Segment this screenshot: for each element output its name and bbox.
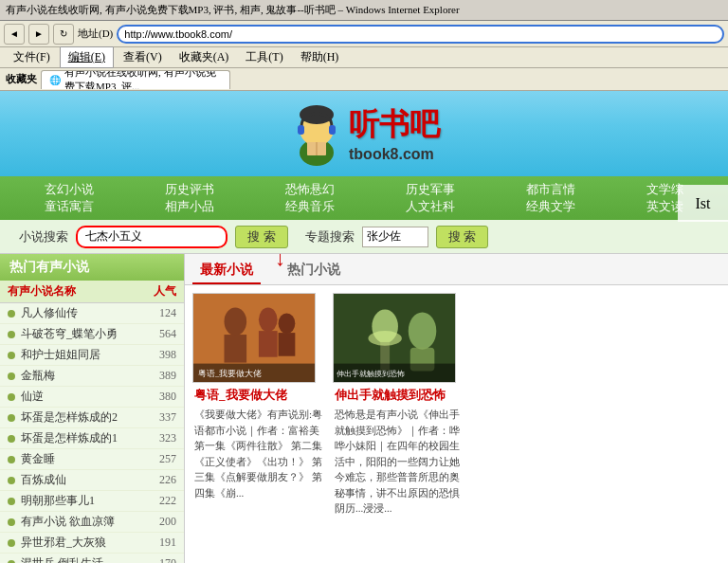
sidebar-item-pop-2: 398 xyxy=(143,348,176,362)
nav-line1-2: 恐怖悬幻 xyxy=(285,181,335,198)
nav-line1-3: 历史军事 xyxy=(406,181,455,198)
sidebar-item-6[interactable]: 坏蛋是怎样炼成的1 323 xyxy=(0,428,184,449)
news-img-svg-1: 伸出手就触摸到恐怖 xyxy=(334,293,455,383)
sidebar-dot-6 xyxy=(8,435,15,443)
nav-line1-1: 历史评书 xyxy=(165,181,214,198)
logo-chinese: 听书吧 xyxy=(349,104,440,146)
sidebar-dot-0 xyxy=(8,310,15,318)
svg-rect-4 xyxy=(329,125,336,135)
logo-figure xyxy=(288,100,345,167)
sidebar-item-8[interactable]: 百炼成仙 226 xyxy=(0,470,184,491)
sidebar-item-pop-7: 257 xyxy=(143,452,176,466)
topic-input[interactable] xyxy=(362,227,428,247)
nav-line2-3: 人文社科 xyxy=(406,198,455,215)
news-item-0: 粤语_我要做大佬 粤语_我要做大佬 《我要做大佬》有声说别:粤语都市小说｜作者：… xyxy=(192,293,325,517)
news-title-1[interactable]: 伸出手就触摸到恐怖 xyxy=(335,387,464,404)
search-input[interactable] xyxy=(76,226,228,248)
svg-rect-13 xyxy=(279,333,296,356)
nav-item-2[interactable]: 恐怖悬幻 经典音乐 xyxy=(285,181,335,215)
browser-toolbar: ◄ ► ↻ 地址(D) xyxy=(0,21,728,47)
menu-help[interactable]: 帮助(H) xyxy=(293,47,347,67)
forward-button[interactable]: ► xyxy=(28,24,49,45)
tab-icon: 🌐 xyxy=(49,75,61,85)
sidebar-item-3[interactable]: 金瓶梅 389 xyxy=(0,366,184,387)
sidebar-items-list: 凡人修仙传 124 斗破苍穹_蝶笔小勇 564 和护士姐姐同居 398 金瓶梅 … xyxy=(0,303,184,563)
address-input[interactable] xyxy=(117,25,724,44)
sidebar-item-pop-4: 380 xyxy=(143,390,176,404)
site-header: 听书吧 tbook8.com xyxy=(0,91,728,176)
corner-text: Ist xyxy=(678,185,728,222)
nav-item-3[interactable]: 历史军事 人文社科 xyxy=(406,181,455,215)
browser-tab[interactable]: 🌐 有声小说在线收听网, 有声小说免费下载MP3, 评... xyxy=(41,70,230,89)
sidebar-item-9[interactable]: 明朝那些事儿1 222 xyxy=(0,491,184,512)
news-img-1[interactable]: 伸出手就触摸到恐怖 xyxy=(333,293,456,383)
sidebar-item-2[interactable]: 和护士姐姐同居 398 xyxy=(0,345,184,366)
svg-point-12 xyxy=(279,313,296,334)
svg-rect-9 xyxy=(224,335,246,363)
menu-view[interactable]: 查看(V) xyxy=(116,47,170,67)
main-content: 热门有声小说 有声小说名称 人气 凡人修仙传 124 斗破苍穹_蝶笔小勇 564… xyxy=(0,254,728,563)
news-img-svg-0: 粤语_我要做大佬 xyxy=(193,293,315,383)
tab-popular[interactable]: 热门小说 xyxy=(280,258,348,284)
sidebar-item-10[interactable]: 有声小说 欲血凉簿 200 xyxy=(0,512,184,533)
search-button[interactable]: 搜 索 xyxy=(235,226,288,248)
sidebar-item-11[interactable]: 异世邪君_大灰狼 191 xyxy=(0,533,184,554)
refresh-button[interactable]: ↻ xyxy=(53,24,74,45)
sidebar-item-pop-10: 200 xyxy=(143,515,176,529)
sidebar-dot-10 xyxy=(8,518,15,526)
news-content-0: 粤语_我要做大佬 《我要做大佬》有声说别:粤语都市小说｜作者：富裕美 第一集《两… xyxy=(192,387,325,500)
svg-text:粤语_我要做大佬: 粤语_我要做大佬 xyxy=(198,369,262,378)
left-sidebar: 热门有声小说 有声小说名称 人气 凡人修仙传 124 斗破苍穹_蝶笔小勇 564… xyxy=(0,254,185,563)
sidebar-item-pop-3: 389 xyxy=(143,369,176,383)
sidebar-dot-3 xyxy=(8,372,15,380)
menu-tools[interactable]: 工具(T) xyxy=(238,47,290,67)
sidebar-item-4[interactable]: 仙逆 380 xyxy=(0,387,184,408)
sidebar-item-5[interactable]: 坏蛋是怎样炼成的2 337 xyxy=(0,408,184,428)
address-bar-container: 地址(D) xyxy=(78,25,724,44)
sidebar-item-pop-0: 124 xyxy=(143,306,176,320)
sidebar-item-name-10: 有声小说 欲血凉簿 xyxy=(21,514,143,530)
sidebar-item-name-11: 异世邪君_大灰狼 xyxy=(21,535,143,551)
news-img-0[interactable]: 粤语_我要做大佬 xyxy=(192,293,316,383)
topic-search-label: 专题搜索 xyxy=(305,228,355,245)
tab-newest[interactable]: 最新小说 xyxy=(192,258,261,284)
search-bar: 小说搜索 搜 索 专题搜索 搜 索 ↓ xyxy=(0,220,728,254)
sidebar-item-name-3: 金瓶梅 xyxy=(21,368,143,384)
sidebar-item-name-2: 和护士姐姐同居 xyxy=(21,347,143,363)
sidebar-item-7[interactable]: 黄金睡 257 xyxy=(0,449,184,470)
sidebar-dot-12 xyxy=(8,560,15,564)
sidebar-item-pop-9: 222 xyxy=(143,494,176,508)
favorites-label: 收藏夹 xyxy=(6,72,37,86)
sidebar-header: 热门有声小说 xyxy=(0,254,184,281)
sidebar-item-pop-12: 170 xyxy=(143,556,176,563)
sidebar-dot-11 xyxy=(8,539,15,547)
sidebar-dot-8 xyxy=(8,477,15,484)
sidebar-item-pop-8: 226 xyxy=(143,473,176,487)
news-title-0[interactable]: 粤语_我要做大佬 xyxy=(194,387,323,404)
news-list: 粤语_我要做大佬 粤语_我要做大佬 《我要做大佬》有声说别:粤语都市小说｜作者：… xyxy=(185,285,728,524)
menu-file[interactable]: 文件(F) xyxy=(6,47,58,67)
svg-point-8 xyxy=(224,308,246,336)
menu-favorites[interactable]: 收藏夹(A) xyxy=(172,47,237,67)
news-desc-0: 《我要做大佬》有声说别:粤语都市小说｜作者：富裕美 第一集《两件往散》 第二集《… xyxy=(194,407,323,500)
logo-text-container: 听书吧 tbook8.com xyxy=(349,104,440,163)
nav-line2-1: 相声小品 xyxy=(165,198,214,215)
svg-point-10 xyxy=(259,308,278,333)
sidebar-item-1[interactable]: 斗破苍穹_蝶笔小勇 564 xyxy=(0,324,184,345)
search-arrow: ↓ xyxy=(275,246,285,271)
sidebar-item-name-4: 仙逆 xyxy=(21,389,143,405)
news-item-1: 伸出手就触摸到恐怖 伸出手就触摸到恐怖 恐怖悬是有声小说《伸出手就触摸到恐怖》｜… xyxy=(333,293,465,517)
nav-item-4[interactable]: 都市言情 经典文学 xyxy=(526,181,575,215)
sidebar-item-0[interactable]: 凡人修仙传 124 xyxy=(0,303,184,324)
back-button[interactable]: ◄ xyxy=(4,24,25,45)
sidebar-item-12[interactable]: 混世兵 倒乱生活 170 xyxy=(0,554,184,563)
sidebar-item-pop-6: 323 xyxy=(143,431,176,445)
sidebar-dot-2 xyxy=(8,352,15,359)
menu-edit[interactable]: 编辑(E) xyxy=(60,46,114,68)
nav-item-0[interactable]: 玄幻小说 童话寓言 xyxy=(45,181,94,215)
topic-search-button[interactable]: 搜 索 xyxy=(436,226,489,248)
nav-item-1[interactable]: 历史评书 相声小品 xyxy=(165,181,214,215)
sidebar-item-name-6: 坏蛋是怎样炼成的1 xyxy=(21,430,143,446)
nav-line2-4: 经典文学 xyxy=(526,198,575,215)
sidebar-dot-5 xyxy=(8,414,15,422)
